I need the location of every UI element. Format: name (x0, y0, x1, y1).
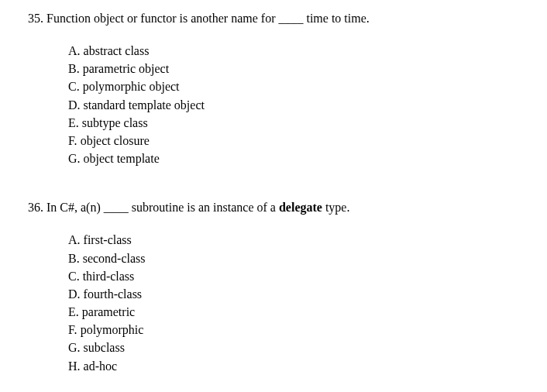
option-letter: G. (68, 341, 81, 354)
option-g: G. object template (68, 150, 532, 167)
option-a: A. abstract class (68, 42, 532, 60)
option-text: ad-hoc (84, 359, 118, 373)
option-letter: B. (68, 252, 80, 265)
question-bold-word: delegate (279, 201, 322, 214)
question-text-mid: subroutine is an instance of a (129, 201, 279, 214)
option-f: F. object closure (68, 132, 532, 150)
option-letter: C. (68, 270, 80, 283)
option-text: polymorphic (81, 323, 144, 336)
option-letter: H. (68, 359, 81, 373)
question-text-before: Function object or functor is another na… (46, 12, 278, 25)
option-c: C. third-class (68, 267, 532, 285)
options-list: A. first-class B. second-class C. third-… (28, 231, 532, 375)
question-text-before: In C#, a(n) (46, 201, 104, 214)
question-blank: ____ (278, 12, 303, 25)
option-text: subclass (84, 341, 125, 354)
option-letter: E. (68, 305, 79, 318)
option-text: object template (84, 152, 160, 165)
option-letter: F. (68, 323, 77, 336)
option-letter: D. (68, 98, 81, 112)
option-letter: B. (68, 62, 80, 75)
option-e: E. subtype class (68, 114, 532, 132)
option-text: parametric object (83, 62, 170, 75)
option-b: B. second-class (68, 249, 532, 267)
option-b: B. parametric object (68, 60, 532, 77)
option-letter: G. (68, 152, 81, 165)
question-36: 36. In C#, a(n) ____ subroutine is an in… (28, 198, 532, 375)
option-text: third-class (83, 270, 135, 283)
options-list: A. abstract class B. parametric object C… (28, 42, 532, 167)
option-letter: A. (68, 44, 81, 57)
option-text: second-class (83, 252, 146, 265)
option-text: fourth-class (84, 287, 143, 301)
option-text: polymorphic object (83, 80, 180, 93)
question-number: 36. (28, 201, 43, 214)
option-a: A. first-class (68, 231, 532, 249)
option-text: first-class (84, 233, 132, 246)
option-f: F. polymorphic (68, 321, 532, 339)
option-h: H. ad-hoc (68, 357, 532, 375)
option-c: C. polymorphic object (68, 77, 532, 95)
option-d: D. standard template object (68, 96, 532, 114)
question-text: 35. Function object or functor is anothe… (28, 9, 532, 28)
option-text: standard template object (84, 98, 205, 112)
option-e: E. parametric (68, 303, 532, 321)
option-g: G. subclass (68, 339, 532, 356)
option-text: abstract class (84, 44, 150, 57)
question-text-after: time to time. (303, 12, 369, 25)
option-letter: C. (68, 80, 80, 93)
question-blank: ____ (104, 201, 129, 214)
option-letter: A. (68, 233, 81, 246)
question-number: 35. (28, 12, 43, 25)
option-letter: F. (68, 134, 77, 147)
option-d: D. fourth-class (68, 285, 532, 303)
question-text-after: type. (322, 201, 350, 214)
option-text: subtype class (82, 116, 148, 129)
option-text: parametric (82, 305, 135, 318)
question-35: 35. Function object or functor is anothe… (28, 9, 532, 167)
question-text: 36. In C#, a(n) ____ subroutine is an in… (28, 198, 532, 217)
option-text: object closure (81, 134, 150, 147)
option-letter: D. (68, 287, 81, 301)
option-letter: E. (68, 116, 79, 129)
